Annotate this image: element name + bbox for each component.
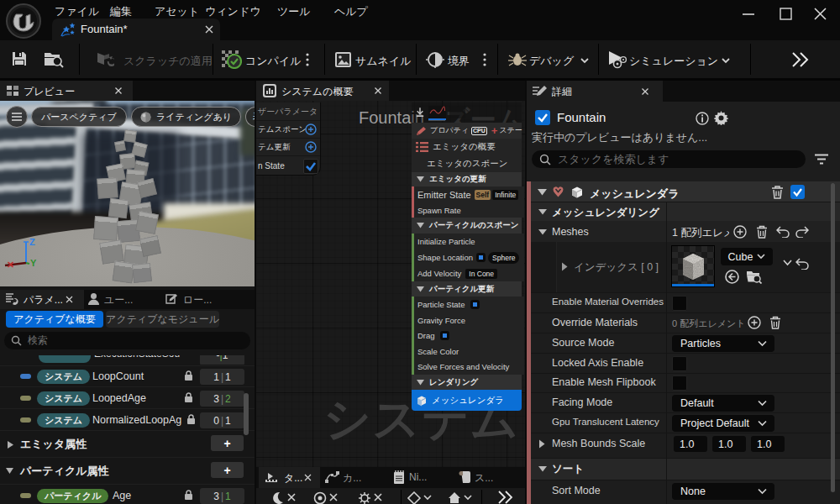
svg-text:Z: Z (29, 237, 35, 247)
svg-text:✕: ✕ (7, 260, 14, 268)
svg-text:Y: Y (30, 258, 37, 268)
